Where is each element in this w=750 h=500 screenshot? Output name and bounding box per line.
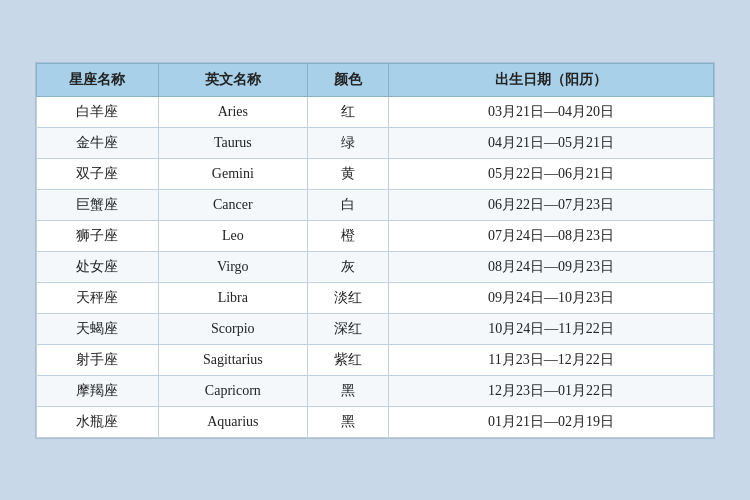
zodiac-table: 星座名称 英文名称 颜色 出生日期（阳历） 白羊座Aries红03月21日—04… [36,63,714,438]
cell-color: 白 [307,189,388,220]
table-row: 白羊座Aries红03月21日—04月20日 [37,96,714,127]
cell-zh: 处女座 [37,251,159,282]
cell-zh: 水瓶座 [37,406,159,437]
cell-zh: 摩羯座 [37,375,159,406]
zodiac-table-container: 星座名称 英文名称 颜色 出生日期（阳历） 白羊座Aries红03月21日—04… [35,62,715,439]
table-row: 巨蟹座Cancer白06月22日—07月23日 [37,189,714,220]
cell-zh: 白羊座 [37,96,159,127]
header-color: 颜色 [307,63,388,96]
cell-en: Taurus [158,127,307,158]
cell-color: 淡红 [307,282,388,313]
cell-en: Gemini [158,158,307,189]
cell-date: 01月21日—02月19日 [389,406,714,437]
cell-en: Aquarius [158,406,307,437]
table-row: 双子座Gemini黄05月22日—06月21日 [37,158,714,189]
header-date: 出生日期（阳历） [389,63,714,96]
cell-color: 黄 [307,158,388,189]
cell-en: Virgo [158,251,307,282]
table-row: 射手座Sagittarius紫红11月23日—12月22日 [37,344,714,375]
cell-color: 深红 [307,313,388,344]
table-row: 水瓶座Aquarius黑01月21日—02月19日 [37,406,714,437]
cell-en: Sagittarius [158,344,307,375]
cell-color: 绿 [307,127,388,158]
cell-zh: 天秤座 [37,282,159,313]
table-row: 处女座Virgo灰08月24日—09月23日 [37,251,714,282]
cell-zh: 射手座 [37,344,159,375]
table-row: 天蝎座Scorpio深红10月24日—11月22日 [37,313,714,344]
cell-date: 05月22日—06月21日 [389,158,714,189]
cell-en: Libra [158,282,307,313]
cell-en: Scorpio [158,313,307,344]
cell-color: 灰 [307,251,388,282]
cell-en: Cancer [158,189,307,220]
cell-zh: 双子座 [37,158,159,189]
cell-color: 黑 [307,375,388,406]
cell-date: 08月24日—09月23日 [389,251,714,282]
cell-date: 07月24日—08月23日 [389,220,714,251]
table-row: 金牛座Taurus绿04月21日—05月21日 [37,127,714,158]
table-row: 天秤座Libra淡红09月24日—10月23日 [37,282,714,313]
cell-zh: 狮子座 [37,220,159,251]
table-header-row: 星座名称 英文名称 颜色 出生日期（阳历） [37,63,714,96]
cell-date: 06月22日—07月23日 [389,189,714,220]
cell-zh: 巨蟹座 [37,189,159,220]
cell-zh: 金牛座 [37,127,159,158]
cell-zh: 天蝎座 [37,313,159,344]
cell-color: 紫红 [307,344,388,375]
cell-date: 10月24日—11月22日 [389,313,714,344]
cell-date: 03月21日—04月20日 [389,96,714,127]
cell-date: 11月23日—12月22日 [389,344,714,375]
cell-color: 橙 [307,220,388,251]
cell-color: 红 [307,96,388,127]
table-body: 白羊座Aries红03月21日—04月20日金牛座Taurus绿04月21日—0… [37,96,714,437]
cell-en: Capricorn [158,375,307,406]
header-zh: 星座名称 [37,63,159,96]
table-row: 狮子座Leo橙07月24日—08月23日 [37,220,714,251]
cell-date: 04月21日—05月21日 [389,127,714,158]
cell-date: 09月24日—10月23日 [389,282,714,313]
header-en: 英文名称 [158,63,307,96]
cell-en: Leo [158,220,307,251]
cell-color: 黑 [307,406,388,437]
cell-date: 12月23日—01月22日 [389,375,714,406]
table-row: 摩羯座Capricorn黑12月23日—01月22日 [37,375,714,406]
cell-en: Aries [158,96,307,127]
